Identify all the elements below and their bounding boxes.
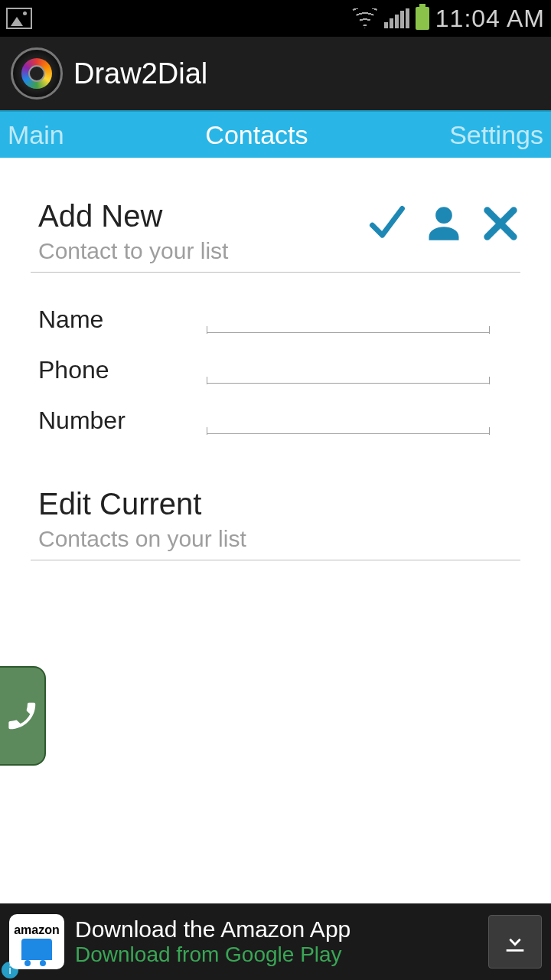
edit-current-header: Edit Current Contacts on your list bbox=[31, 439, 520, 560]
wifi-icon bbox=[352, 8, 378, 28]
app-icon bbox=[11, 47, 63, 100]
signal-icon bbox=[384, 8, 409, 28]
app-title: Draw2Dial bbox=[73, 57, 207, 90]
app-bar: Draw2Dial bbox=[0, 37, 551, 110]
gallery-icon bbox=[6, 8, 32, 29]
add-new-subtitle: Contact to your list bbox=[38, 238, 228, 264]
ad-subtitle: Download from Google Play bbox=[75, 942, 478, 967]
edit-current-title: Edit Current bbox=[38, 487, 246, 521]
confirm-icon[interactable] bbox=[367, 204, 407, 247]
label-number: Number bbox=[38, 407, 207, 435]
download-button[interactable] bbox=[488, 915, 542, 969]
add-new-title: Add New bbox=[38, 199, 228, 234]
close-icon[interactable] bbox=[481, 204, 520, 247]
add-new-header: Add New Contact to your list bbox=[31, 158, 520, 273]
tab-settings[interactable]: Settings bbox=[445, 120, 548, 150]
ad-brand-label: amazon bbox=[14, 923, 60, 937]
status-bar: 11:04 AM bbox=[0, 0, 551, 37]
content: Add New Contact to your list Name Phone … bbox=[0, 158, 551, 560]
person-icon[interactable] bbox=[424, 204, 464, 247]
input-phone[interactable] bbox=[207, 355, 490, 384]
input-number[interactable] bbox=[207, 406, 490, 434]
ad-app-icon: amazon bbox=[9, 914, 64, 969]
label-phone: Phone bbox=[38, 356, 207, 384]
row-number: Number bbox=[31, 389, 520, 439]
row-phone: Phone bbox=[31, 338, 520, 389]
edit-current-subtitle: Contacts on your list bbox=[38, 526, 246, 552]
status-time: 11:04 AM bbox=[435, 5, 545, 33]
ad-banner[interactable]: i amazon Download the Amazon App Downloa… bbox=[0, 903, 551, 980]
label-name: Name bbox=[38, 305, 207, 334]
download-icon bbox=[502, 929, 528, 955]
ad-title: Download the Amazon App bbox=[75, 916, 478, 942]
tab-main[interactable]: Main bbox=[3, 120, 69, 150]
input-name[interactable] bbox=[207, 305, 490, 333]
cart-icon bbox=[21, 939, 52, 960]
tab-contacts[interactable]: Contacts bbox=[201, 120, 312, 150]
phone-icon bbox=[5, 685, 40, 746]
row-name: Name bbox=[31, 288, 520, 338]
battery-icon bbox=[416, 7, 429, 30]
tab-bar: Main Contacts Settings bbox=[0, 110, 551, 158]
dialer-tab[interactable] bbox=[0, 666, 46, 766]
